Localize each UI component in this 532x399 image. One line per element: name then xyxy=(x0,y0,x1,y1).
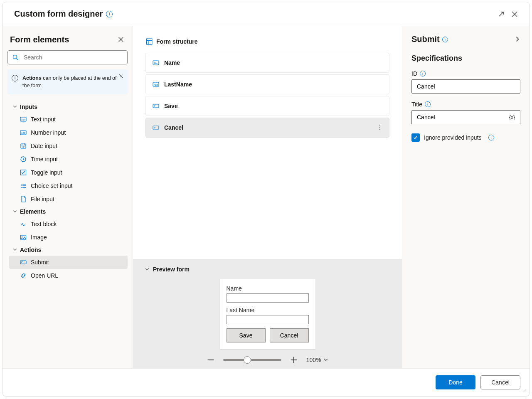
preview-panel: Preview form Name Last Name Save Cancel xyxy=(133,259,402,368)
zoom-slider[interactable] xyxy=(223,359,281,361)
chevron-down-icon xyxy=(11,209,19,214)
center-panel: Form structure Name LastName Save Cancel xyxy=(133,26,402,368)
title-input-wrapper[interactable]: {x} xyxy=(411,110,520,124)
resize-grip-icon[interactable] xyxy=(522,388,527,394)
fx-icon[interactable]: {x} xyxy=(508,114,516,120)
chevron-right-icon[interactable] xyxy=(515,34,520,44)
zoom-slider-thumb[interactable] xyxy=(244,356,251,364)
group-elements[interactable]: Elements xyxy=(9,206,128,217)
dialog-title: Custom form designer xyxy=(14,9,103,19)
preview-input-lastname[interactable] xyxy=(227,315,309,324)
preview-cancel-button[interactable]: Cancel xyxy=(270,328,309,342)
info-icon[interactable]: i xyxy=(488,135,494,140)
item-choice-set-input[interactable]: Choice set input xyxy=(9,179,128,192)
notice-close-icon[interactable] xyxy=(118,73,124,79)
expand-icon[interactable] xyxy=(495,7,508,21)
item-submit[interactable]: Submit xyxy=(9,256,128,269)
group-inputs[interactable]: Inputs xyxy=(9,101,128,113)
dialog-header: Custom form designer i xyxy=(2,2,530,26)
chevron-down-icon xyxy=(11,247,19,252)
text-block-icon xyxy=(19,221,27,227)
item-number-input[interactable]: Number input xyxy=(9,126,128,139)
title-input[interactable] xyxy=(416,113,508,121)
submit-icon xyxy=(19,259,27,266)
chevron-down-icon xyxy=(143,267,151,272)
info-icon[interactable]: i xyxy=(420,71,426,76)
preview-input-name[interactable] xyxy=(227,293,309,303)
form-structure-title: Form structure xyxy=(145,38,389,45)
toggle-input-icon xyxy=(19,169,27,176)
item-date-input[interactable]: Date input xyxy=(9,139,128,153)
text-input-icon xyxy=(19,116,27,123)
id-input-wrapper[interactable] xyxy=(411,79,520,94)
info-icon: i xyxy=(12,75,18,81)
item-text-block[interactable]: Text block xyxy=(9,217,128,231)
text-input-icon xyxy=(152,81,160,88)
file-input-icon xyxy=(19,196,27,202)
chevron-down-icon xyxy=(11,104,19,109)
preview-save-button[interactable]: Save xyxy=(227,328,266,342)
item-time-input[interactable]: Time input xyxy=(9,153,128,166)
preview-label-name: Name xyxy=(227,285,309,292)
custom-form-designer-dialog: Custom form designer i Form elements i A… xyxy=(2,2,530,397)
id-label: ID xyxy=(411,70,417,77)
text-input-icon xyxy=(152,59,160,66)
info-icon[interactable]: i xyxy=(106,11,113,17)
submit-icon xyxy=(152,124,160,131)
id-input[interactable] xyxy=(416,83,516,90)
info-icon[interactable]: i xyxy=(442,37,448,42)
properties-panel: Submit i Specifications ID i Title i xyxy=(402,26,530,368)
form-structure-icon xyxy=(145,38,153,45)
search-input[interactable] xyxy=(23,54,123,61)
done-button[interactable]: Done xyxy=(436,375,475,389)
title-label: Title xyxy=(411,101,422,108)
item-open-url[interactable]: Open URL xyxy=(9,269,128,282)
more-icon[interactable] xyxy=(377,124,383,132)
info-icon[interactable]: i xyxy=(425,101,431,107)
preview-card: Name Last Name Save Cancel xyxy=(220,279,315,349)
zoom-bar: 100% xyxy=(143,356,392,364)
cancel-button[interactable]: Cancel xyxy=(480,375,520,389)
zoom-in-button[interactable] xyxy=(290,356,298,364)
date-input-icon xyxy=(19,143,27,149)
specifications-title: Specifications xyxy=(411,54,520,63)
form-elements-sidebar: Form elements i Actions can only be plac… xyxy=(2,26,133,368)
ignore-inputs-label: Ignore provided inputs xyxy=(424,134,482,141)
search-icon xyxy=(12,54,19,61)
zoom-out-button[interactable] xyxy=(207,356,215,364)
form-item-lastname[interactable]: LastName xyxy=(145,74,389,94)
group-actions[interactable]: Actions xyxy=(9,244,128,256)
actions-notice: i Actions can only be placed at the end … xyxy=(7,69,128,94)
image-icon xyxy=(19,234,27,241)
preview-form-title[interactable]: Preview form xyxy=(143,266,392,273)
form-item-name[interactable]: Name xyxy=(145,53,389,73)
properties-title: Submit xyxy=(411,34,440,44)
submit-icon xyxy=(152,103,160,109)
item-image[interactable]: Image xyxy=(9,231,128,244)
form-item-save[interactable]: Save xyxy=(145,96,389,116)
time-input-icon xyxy=(19,156,27,163)
item-file-input[interactable]: File input xyxy=(9,192,128,206)
ignore-inputs-checkbox[interactable] xyxy=(411,133,420,142)
dialog-footer: Done Cancel xyxy=(2,369,530,396)
sidebar-title: Form elements xyxy=(10,35,69,44)
item-text-input[interactable]: Text input xyxy=(9,113,128,126)
chevron-down-icon xyxy=(323,357,328,362)
zoom-level[interactable]: 100% xyxy=(306,357,329,363)
form-item-cancel[interactable]: Cancel xyxy=(145,118,389,138)
number-input-icon xyxy=(19,129,27,136)
choice-set-icon xyxy=(19,182,27,189)
open-url-icon xyxy=(19,272,27,279)
sidebar-close-icon[interactable] xyxy=(116,34,126,44)
item-toggle-input[interactable]: Toggle input xyxy=(9,166,128,179)
search-input-wrapper[interactable] xyxy=(7,50,128,64)
close-icon[interactable] xyxy=(508,7,521,21)
preview-label-lastname: Last Name xyxy=(227,307,309,313)
